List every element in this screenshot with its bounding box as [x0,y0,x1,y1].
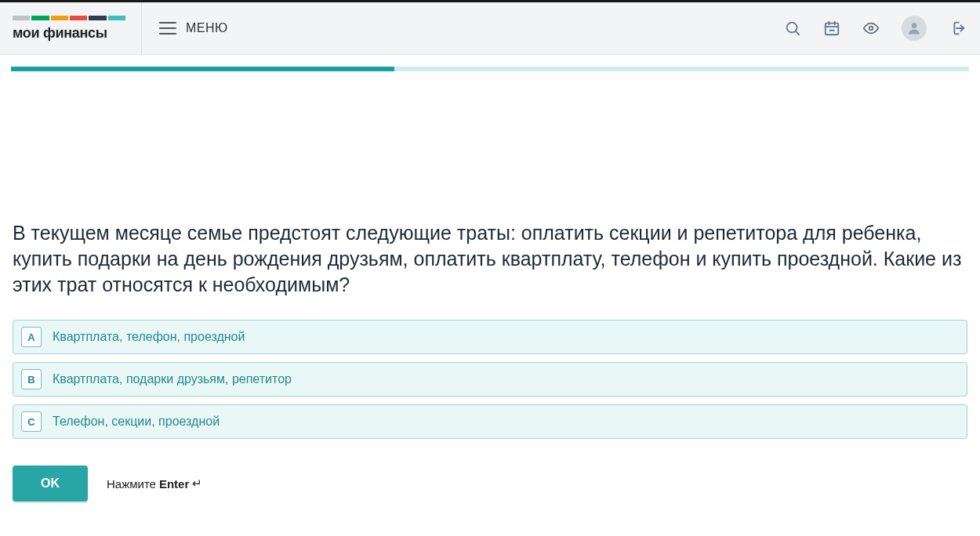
hint-prefix: Нажмите [107,477,156,491]
option-a[interactable]: A Квартплата, телефон, проездной [13,320,967,354]
option-key: A [21,327,42,347]
option-text: Квартплата, подарки друзьям, репетитор [53,372,292,386]
hamburger-icon [159,22,176,34]
logout-icon[interactable] [949,20,966,37]
enter-hint: Нажмите Enter ↵ [107,476,202,491]
svg-point-7 [869,27,873,31]
enter-arrow-icon: ↵ [192,476,202,491]
progress-fill [11,67,394,71]
option-key: B [21,369,42,389]
svg-rect-2 [826,24,839,35]
option-text: Квартплата, телефон, проездной [53,330,245,344]
footer-row: OK Нажмите Enter ↵ [13,465,967,502]
quiz-content: В текущем месяце семье предстоят следующ… [0,71,980,502]
header: мои финансы МЕНЮ [0,2,980,55]
menu-label: МЕНЮ [186,21,228,35]
header-icons [784,16,966,41]
option-c[interactable]: C Телефон, секции, проездной [13,404,967,439]
logo-text: мои финансы [13,25,125,42]
option-text: Телефон, секции, проездной [53,415,220,429]
calendar-icon[interactable] [823,20,840,37]
progress-bar [11,67,969,71]
ok-button[interactable]: OK [13,465,88,502]
eye-icon[interactable] [862,20,880,37]
avatar[interactable] [902,16,927,41]
option-b[interactable]: B Квартплата, подарки друзьям, репетитор [13,362,967,397]
svg-point-8 [912,23,917,28]
svg-line-1 [796,31,799,34]
logo[interactable]: мои финансы [0,2,142,54]
menu-button[interactable]: МЕНЮ [142,2,245,54]
search-icon[interactable] [784,20,801,37]
option-key: C [21,411,42,432]
question-text: В текущем месяце семье предстоят следующ… [13,220,967,298]
logo-stripe [13,16,125,20]
hint-key: Enter [159,477,189,491]
options-list: A Квартплата, телефон, проездной B Кварт… [13,320,967,439]
